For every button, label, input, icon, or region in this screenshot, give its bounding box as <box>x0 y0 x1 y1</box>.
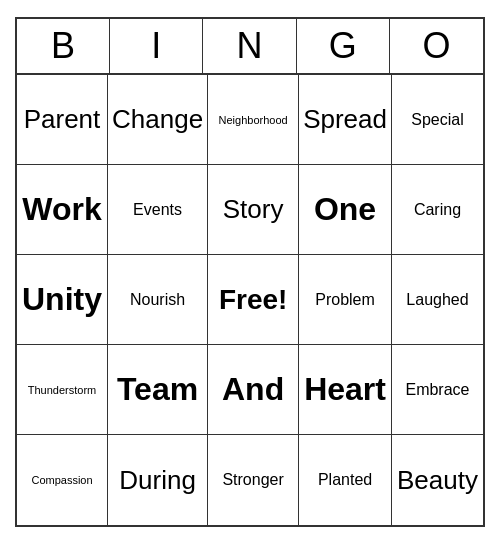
bingo-cell-r4-c3[interactable]: Planted <box>299 435 392 525</box>
bingo-grid: ParentChangeNeighborhoodSpreadSpecialWor… <box>17 75 483 525</box>
cell-text: Special <box>411 111 463 129</box>
cell-text: Embrace <box>405 381 469 399</box>
cell-text: Free! <box>219 284 287 316</box>
cell-text: Nourish <box>130 291 185 309</box>
bingo-cell-r4-c2[interactable]: Stronger <box>208 435 299 525</box>
bingo-cell-r1-c1[interactable]: Events <box>108 165 208 255</box>
bingo-cell-r3-c0[interactable]: Thunderstorm <box>17 345 108 435</box>
cell-text: Neighborhood <box>219 114 288 126</box>
cell-text: One <box>314 191 376 228</box>
cell-text: Planted <box>318 471 372 489</box>
cell-text: Problem <box>315 291 375 309</box>
cell-text: Spread <box>303 104 387 135</box>
cell-text: Caring <box>414 201 461 219</box>
cell-text: Parent <box>24 104 101 135</box>
cell-text: Change <box>112 104 203 135</box>
cell-text: Beauty <box>397 465 478 496</box>
bingo-cell-r3-c3[interactable]: Heart <box>299 345 392 435</box>
cell-text: Compassion <box>31 474 92 486</box>
cell-text: Unity <box>22 281 102 318</box>
bingo-cell-r2-c2[interactable]: Free! <box>208 255 299 345</box>
bingo-cell-r2-c4[interactable]: Laughed <box>392 255 483 345</box>
header-letter: O <box>390 19 483 73</box>
bingo-cell-r2-c0[interactable]: Unity <box>17 255 108 345</box>
bingo-cell-r3-c1[interactable]: Team <box>108 345 208 435</box>
cell-text: Team <box>117 371 198 408</box>
header-letter: G <box>297 19 390 73</box>
header-letter: N <box>203 19 296 73</box>
bingo-cell-r3-c4[interactable]: Embrace <box>392 345 483 435</box>
bingo-cell-r0-c1[interactable]: Change <box>108 75 208 165</box>
cell-text: Laughed <box>406 291 468 309</box>
header-letter: I <box>110 19 203 73</box>
cell-text: During <box>119 465 196 496</box>
bingo-cell-r2-c1[interactable]: Nourish <box>108 255 208 345</box>
cell-text: Story <box>223 194 284 225</box>
bingo-cell-r0-c4[interactable]: Special <box>392 75 483 165</box>
bingo-cell-r0-c3[interactable]: Spread <box>299 75 392 165</box>
bingo-cell-r1-c3[interactable]: One <box>299 165 392 255</box>
cell-text: Events <box>133 201 182 219</box>
cell-text: Heart <box>304 371 386 408</box>
cell-text: Stronger <box>222 471 283 489</box>
cell-text: Thunderstorm <box>28 384 96 396</box>
bingo-cell-r0-c2[interactable]: Neighborhood <box>208 75 299 165</box>
header-letter: B <box>17 19 110 73</box>
bingo-cell-r0-c0[interactable]: Parent <box>17 75 108 165</box>
bingo-cell-r3-c2[interactable]: And <box>208 345 299 435</box>
bingo-cell-r4-c0[interactable]: Compassion <box>17 435 108 525</box>
bingo-cell-r4-c1[interactable]: During <box>108 435 208 525</box>
cell-text: And <box>222 371 284 408</box>
cell-text: Work <box>22 191 101 228</box>
bingo-cell-r1-c0[interactable]: Work <box>17 165 108 255</box>
bingo-cell-r1-c4[interactable]: Caring <box>392 165 483 255</box>
bingo-cell-r2-c3[interactable]: Problem <box>299 255 392 345</box>
bingo-cell-r1-c2[interactable]: Story <box>208 165 299 255</box>
bingo-header: BINGO <box>17 19 483 75</box>
bingo-card: BINGO ParentChangeNeighborhoodSpreadSpec… <box>15 17 485 527</box>
bingo-cell-r4-c4[interactable]: Beauty <box>392 435 483 525</box>
